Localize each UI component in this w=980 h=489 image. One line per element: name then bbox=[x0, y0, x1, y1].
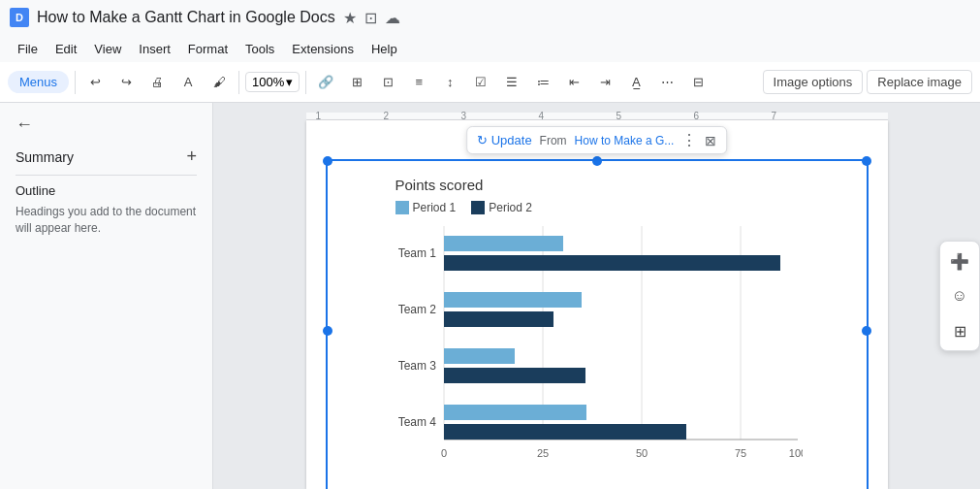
ruler: 1 2 3 4 5 6 7 bbox=[306, 113, 888, 120]
legend-color-period2 bbox=[471, 201, 485, 214]
checklist-button[interactable]: ☑ bbox=[467, 68, 494, 97]
right-emoji-button[interactable]: ☺ bbox=[944, 280, 975, 311]
svg-rect-16 bbox=[444, 424, 686, 440]
svg-text:Team 3: Team 3 bbox=[397, 359, 436, 373]
menu-insert[interactable]: Insert bbox=[131, 39, 178, 59]
legend-color-period1 bbox=[395, 201, 409, 214]
summary-add-button[interactable]: + bbox=[186, 147, 197, 167]
menu-file[interactable]: File bbox=[10, 39, 46, 59]
svg-text:Team 1: Team 1 bbox=[397, 246, 436, 260]
menu-extensions[interactable]: Extensions bbox=[284, 39, 362, 59]
drive-icon[interactable]: ⊡ bbox=[364, 9, 377, 27]
svg-rect-10 bbox=[444, 311, 553, 327]
chart-more-button[interactable]: ⋮ bbox=[681, 131, 697, 149]
menu-bar: File Edit View Insert Format Tools Exten… bbox=[0, 35, 980, 62]
replace-image-button[interactable]: Replace image bbox=[867, 70, 972, 94]
align-button[interactable]: ≡ bbox=[405, 68, 432, 97]
chart-legend: Period 1 Period 2 bbox=[395, 201, 783, 214]
ruler-marks: 1 2 3 4 5 6 7 bbox=[306, 113, 888, 119]
more-button[interactable]: ⋯ bbox=[653, 68, 680, 97]
svg-rect-12 bbox=[444, 348, 515, 364]
chart-unlink-button[interactable]: ⊠ bbox=[705, 133, 716, 148]
title-bar: D How to Make a Gantt Chart in Google Do… bbox=[0, 0, 980, 35]
legend-label-period2: Period 2 bbox=[489, 201, 532, 214]
undo-button[interactable]: ↩ bbox=[81, 68, 109, 97]
svg-text:0: 0 bbox=[440, 447, 446, 459]
indent-dec-button[interactable]: ⇤ bbox=[560, 68, 587, 97]
svg-text:75: 75 bbox=[734, 447, 745, 459]
chart-from-label: From bbox=[540, 134, 567, 147]
menu-format[interactable]: Format bbox=[180, 39, 236, 59]
chart-source-link[interactable]: How to Make a G... bbox=[575, 134, 675, 147]
toolbar-end: Image options Replace image bbox=[763, 70, 972, 94]
toolbar-sep-1 bbox=[75, 71, 76, 94]
right-add-button[interactable]: ➕ bbox=[944, 245, 975, 277]
menu-help[interactable]: Help bbox=[364, 39, 405, 59]
list-button[interactable]: ☰ bbox=[498, 68, 525, 97]
doc-title: How to Make a Gantt Chart in Google Docs bbox=[37, 9, 335, 26]
paint-format-button[interactable]: 🖌 bbox=[205, 68, 233, 97]
main-layout: ← Summary + Outline Headings you add to … bbox=[0, 103, 980, 489]
outline-empty-text: Headings you add to the document will ap… bbox=[16, 204, 197, 237]
linespacing-button[interactable]: ↕ bbox=[436, 68, 463, 97]
sidebar-back-button[interactable]: ← bbox=[16, 114, 197, 135]
menu-tools[interactable]: Tools bbox=[237, 39, 282, 59]
bar-chart: Points scored Period 1 Period 2 bbox=[328, 161, 803, 489]
redo-button[interactable]: ↪ bbox=[112, 68, 140, 97]
chart-title: Points scored bbox=[395, 177, 783, 193]
menus-button[interactable]: Menus bbox=[8, 71, 69, 93]
app-icon: D bbox=[10, 8, 29, 27]
svg-rect-13 bbox=[444, 368, 585, 383]
page: ↻ Update From How to Make a G... ⋮ ⊠ Poi… bbox=[306, 120, 888, 489]
toolbar-sep-2 bbox=[238, 71, 239, 94]
highlight-button[interactable]: A̲ bbox=[622, 68, 649, 97]
sidebar-divider bbox=[16, 175, 197, 176]
refresh-icon: ↻ bbox=[477, 133, 488, 147]
menu-edit[interactable]: Edit bbox=[47, 39, 84, 59]
outline-title: Outline bbox=[16, 183, 197, 198]
star-icon[interactable]: ★ bbox=[343, 9, 357, 27]
crop-button[interactable]: ⊟ bbox=[684, 68, 711, 97]
summary-label: Summary bbox=[16, 149, 74, 165]
legend-period2: Period 2 bbox=[471, 201, 532, 214]
right-image-button[interactable]: ⊞ bbox=[944, 315, 975, 346]
legend-label-period1: Period 1 bbox=[413, 201, 457, 214]
doc-area: 1 2 3 4 5 6 7 bbox=[213, 103, 980, 489]
chart-update-button[interactable]: ↻ Update bbox=[477, 133, 532, 147]
image-options-button[interactable]: Image options bbox=[763, 70, 864, 94]
sidebar-summary-header: Summary + bbox=[16, 147, 197, 167]
toolbar-sep-3 bbox=[305, 71, 306, 94]
indent-inc-button[interactable]: ⇥ bbox=[591, 68, 618, 97]
svg-text:100: 100 bbox=[788, 447, 802, 459]
link-button[interactable]: 🔗 bbox=[312, 68, 339, 97]
resize-handle-tr[interactable] bbox=[862, 156, 871, 166]
toolbar: Menus ↩ ↪ 🖨 A 🖌 100% ▾ 🔗 ⊞ ⊡ ≡ ↕ ☑ ☰ ≔ ⇤… bbox=[0, 62, 980, 103]
svg-text:Team 2: Team 2 bbox=[397, 303, 436, 316]
spellcheck-button[interactable]: A bbox=[174, 68, 202, 97]
chart-svg: Team 1 Team 2 Team 3 Team 4 bbox=[395, 226, 803, 478]
chart-container[interactable]: ↻ Update From How to Make a G... ⋮ ⊠ Poi… bbox=[326, 159, 869, 489]
svg-rect-7 bbox=[444, 255, 780, 271]
chart-update-tooltip: ↻ Update From How to Make a G... ⋮ ⊠ bbox=[466, 126, 728, 154]
sidebar: ← Summary + Outline Headings you add to … bbox=[0, 103, 213, 489]
svg-text:50: 50 bbox=[635, 447, 647, 459]
print-button[interactable]: 🖨 bbox=[143, 68, 171, 97]
zoom-selector[interactable]: 100% ▾ bbox=[245, 72, 300, 92]
svg-rect-9 bbox=[444, 292, 582, 308]
image-button[interactable]: ⊞ bbox=[343, 68, 370, 97]
resize-handle-mr[interactable] bbox=[862, 326, 871, 336]
drawing-button[interactable]: ⊡ bbox=[374, 68, 401, 97]
menu-view[interactable]: View bbox=[86, 39, 129, 59]
svg-text:25: 25 bbox=[536, 447, 548, 459]
legend-period1: Period 1 bbox=[395, 201, 457, 214]
numlist-button[interactable]: ≔ bbox=[529, 68, 556, 97]
svg-text:Team 4: Team 4 bbox=[397, 415, 436, 429]
svg-rect-15 bbox=[444, 405, 586, 420]
right-toolbar: ➕ ☺ ⊞ bbox=[939, 241, 980, 351]
svg-rect-6 bbox=[444, 236, 563, 251]
title-icons: ★ ⊡ ☁ bbox=[343, 9, 400, 27]
cloud-icon[interactable]: ☁ bbox=[385, 9, 400, 27]
